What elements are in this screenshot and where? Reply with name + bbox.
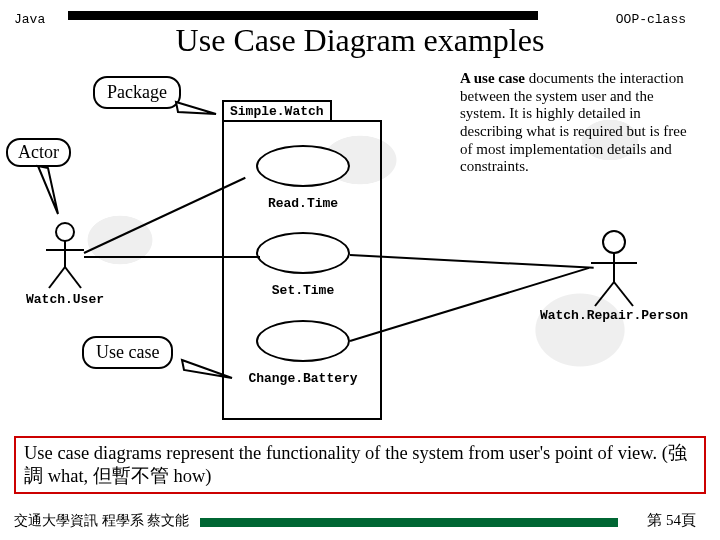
stick-figure-icon — [40, 222, 90, 292]
label-usecase: Use case — [82, 336, 173, 369]
footer-right: 第 54頁 — [647, 511, 696, 530]
usecase-read-time-label: Read.Time — [268, 196, 338, 211]
svg-point-5 — [603, 231, 625, 253]
label-package-tail — [172, 98, 222, 120]
footer-left: 交通大學資訊 程學系 蔡文能 — [14, 512, 189, 530]
svg-line-8 — [595, 282, 614, 306]
stick-figure-icon — [584, 230, 644, 308]
package-tab: Simple.Watch — [222, 100, 332, 121]
label-package: Package — [93, 76, 181, 109]
label-actor-tail — [30, 164, 70, 220]
svg-point-0 — [56, 223, 74, 241]
actor-right-label: Watch.Repair.Person — [529, 308, 699, 323]
assoc-repair-set — [350, 254, 594, 269]
page-title: Use Case Diagram examples — [0, 22, 720, 59]
actor-watch-repair-person: Watch.Repair.Person — [584, 230, 699, 323]
svg-line-4 — [65, 267, 81, 288]
footer-bar — [200, 518, 618, 527]
label-actor: Actor — [6, 138, 71, 167]
header-bar — [68, 11, 538, 20]
actor-left-label: Watch.User — [20, 292, 110, 307]
usecase-read-time — [256, 145, 350, 187]
description-paragraph: A use case documents the interaction bet… — [460, 70, 702, 176]
usecase-change-battery — [256, 320, 350, 362]
summary-box: Use case diagrams represent the function… — [14, 436, 706, 494]
svg-line-9 — [614, 282, 633, 306]
usecase-set-time — [256, 232, 350, 274]
svg-line-3 — [49, 267, 65, 288]
usecase-set-time-label: Set.Time — [272, 283, 334, 298]
assoc-user-set — [84, 256, 260, 258]
assoc-repair-change — [350, 267, 590, 342]
description-lead: A use case — [460, 70, 525, 86]
usecase-change-battery-label: Change.Battery — [233, 371, 373, 386]
actor-watch-user: Watch.User — [40, 222, 110, 307]
